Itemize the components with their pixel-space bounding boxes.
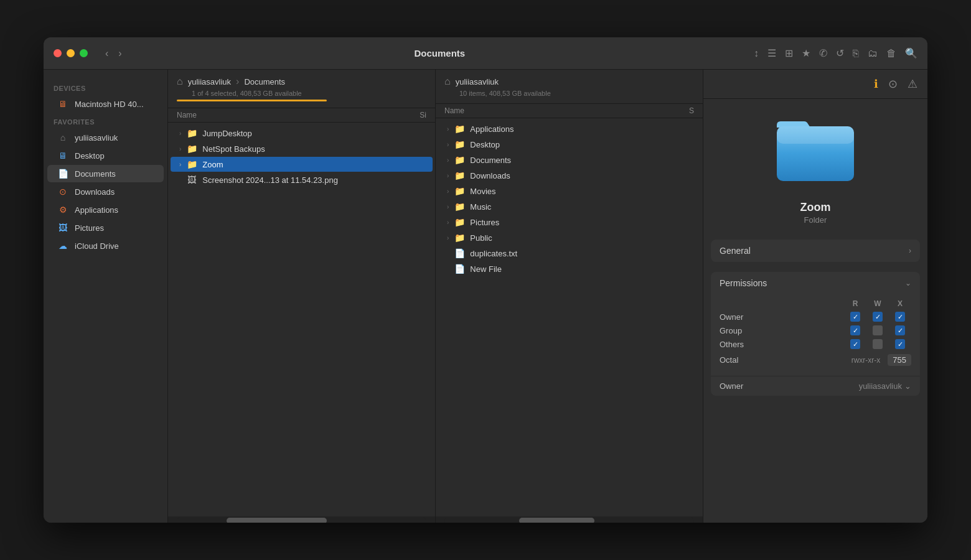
right-panel-columns: Name S	[436, 104, 703, 118]
harddrive-icon: 🖥	[57, 98, 68, 110]
info-icon[interactable]: ℹ	[874, 77, 878, 91]
perm-owner-label: Owner	[720, 312, 844, 322]
general-title: General	[720, 246, 751, 256]
sidebar-item-desktop[interactable]: 🖥 Desktop	[47, 147, 164, 164]
list-item[interactable]: › 📁 Zoom	[171, 157, 433, 172]
list-item[interactable]: › 📁 Public	[438, 230, 700, 245]
perm-group-w[interactable]	[866, 325, 889, 335]
perm-group-r[interactable]	[844, 325, 866, 335]
perm-others-r[interactable]	[844, 339, 866, 349]
file-name: Zoom	[202, 160, 424, 169]
chevron-icon: ›	[447, 126, 449, 133]
folder-name: Zoom	[703, 198, 927, 215]
info-header-icons: ℹ ⊙ ⚠	[703, 70, 927, 99]
minimize-button[interactable]	[67, 49, 75, 57]
chevron-icon: ›	[179, 161, 181, 168]
list-item[interactable]: › 📁 Music	[438, 199, 700, 214]
devices-section-label: Devices	[44, 80, 167, 95]
perm-group-x[interactable]	[889, 325, 911, 335]
list-item[interactable]: › 📄 New File	[438, 261, 700, 276]
folder-icon: 📁	[454, 155, 465, 165]
left-col-name: Name	[177, 111, 389, 119]
list-item[interactable]: › 📁 Applications	[438, 121, 700, 136]
folder-icon: 📁	[186, 128, 197, 138]
left-panel-info: 1 of 4 selected, 408,53 GB available	[192, 90, 426, 97]
checkbox-checked	[895, 339, 905, 349]
sidebar-label-documents: Documents	[75, 169, 116, 179]
file-name: Movies	[470, 187, 692, 196]
back-button[interactable]: ‹	[101, 47, 112, 60]
left-panel-bar	[177, 100, 327, 101]
file-icon: 📄	[454, 248, 465, 258]
search-icon[interactable]: 🔍	[905, 47, 917, 59]
perm-file-owner-label: Owner	[720, 381, 859, 391]
perm-file-owner-row: Owner yuliiasavliuk ⌄	[711, 376, 920, 396]
sidebar: Devices 🖥 Macintosh HD 40... Favorites ⌂…	[44, 70, 168, 523]
perm-owner-x[interactable]	[889, 312, 911, 322]
sidebar-item-downloads[interactable]: ⊙ Downloads	[47, 183, 164, 200]
general-section-header[interactable]: General ›	[711, 240, 920, 262]
file-name: New File	[470, 264, 692, 274]
permissions-chevron-icon: ⌄	[905, 279, 911, 287]
perm-others-x[interactable]	[889, 339, 911, 349]
sort-icon[interactable]: ↕	[754, 48, 759, 59]
sidebar-item-yuliiasavliuk[interactable]: ⌂ yuliiasavliuk	[47, 129, 164, 146]
right-panel-header: ⌂ yuliiasavliuk 10 items, 408,53 GB avai…	[436, 70, 703, 104]
fullscreen-button[interactable]	[80, 49, 88, 57]
permissions-section: Permissions ⌄ R W X Owner	[711, 272, 920, 396]
folder-icon: 📁	[454, 124, 465, 134]
file-name: duplicates.txt	[470, 249, 692, 258]
forward-button[interactable]: ›	[115, 47, 125, 60]
left-path-user: yuliiasavliuk	[188, 77, 231, 86]
right-scrollbar[interactable]	[436, 516, 703, 523]
left-home-icon: ⌂	[177, 76, 183, 87]
permissions-section-header[interactable]: Permissions ⌄	[711, 272, 920, 294]
checkbox-checked	[850, 325, 860, 335]
sidebar-item-pictures[interactable]: 🖼 Pictures	[47, 219, 164, 236]
desktop-icon: 🖥	[57, 150, 68, 161]
perm-owner-r[interactable]	[844, 312, 866, 322]
download-icon[interactable]: ⊙	[888, 77, 898, 91]
perm-group-row: Group	[720, 325, 911, 335]
chevron-icon: ›	[179, 130, 181, 137]
folder-icon: 📁	[454, 233, 465, 243]
right-panel-path: ⌂ yuliiasavliuk	[444, 76, 694, 87]
list-item[interactable]: › 📁 Documents	[438, 152, 700, 167]
sidebar-item-macintosh-hd[interactable]: 🖥 Macintosh HD 40...	[47, 95, 164, 113]
perm-owner-w[interactable]	[866, 312, 889, 322]
list-item[interactable]: › 📁 NetSpot Backups	[171, 141, 433, 156]
trash-icon[interactable]: 🗑	[886, 48, 896, 59]
left-scrollbar[interactable]	[168, 516, 435, 523]
list-item[interactable]: › 📁 JumpDesktop	[171, 126, 433, 141]
list-item[interactable]: › 📁 Movies	[438, 184, 700, 198]
folder-icon[interactable]: 🗂	[868, 48, 878, 59]
chevron-icon: ›	[447, 235, 449, 241]
file-icon: 🖼	[186, 175, 197, 185]
sidebar-item-applications[interactable]: ⚙ Applications	[47, 201, 164, 218]
list-item[interactable]: › 🖼 Screenshot 2024...13 at 11.54.23.png	[171, 172, 433, 187]
chevron-icon: ›	[447, 141, 449, 148]
sidebar-item-icloud-drive[interactable]: ☁ iCloud Drive	[47, 237, 164, 254]
refresh-icon[interactable]: ↺	[836, 47, 844, 59]
copy-icon[interactable]: ⎘	[853, 48, 859, 59]
right-file-list: › 📁 Applications › 📁 Desktop › 📁 Documen…	[436, 118, 703, 516]
list-item[interactable]: › 📁 Downloads	[438, 168, 700, 183]
folder-icon: 📁	[454, 202, 465, 212]
warning-icon[interactable]: ⚠	[908, 77, 917, 91]
chevron-icon: ›	[447, 219, 449, 226]
sidebar-item-documents[interactable]: 📄 Documents	[47, 165, 164, 182]
chevron-icon: ›	[447, 188, 449, 195]
list-item[interactable]: › 📁 Pictures	[438, 215, 700, 230]
sidebar-label-downloads: Downloads	[75, 187, 115, 197]
close-button[interactable]	[54, 49, 62, 57]
folder-icon: 📁	[454, 139, 465, 149]
share-icon[interactable]: ✆	[819, 47, 827, 59]
perm-others-w[interactable]	[866, 339, 889, 349]
list-view-icon[interactable]: ☰	[767, 47, 776, 59]
grid-view-icon[interactable]: ⊞	[785, 47, 793, 59]
list-item[interactable]: › 📁 Desktop	[438, 137, 700, 152]
list-item[interactable]: › 📄 duplicates.txt	[438, 246, 700, 261]
panels-area: ⌂ yuliiasavliuk › Documents 1 of 4 selec…	[168, 70, 927, 523]
file-name: Screenshot 2024...13 at 11.54.23.png	[202, 175, 424, 185]
favorites-icon[interactable]: ★	[802, 47, 810, 59]
